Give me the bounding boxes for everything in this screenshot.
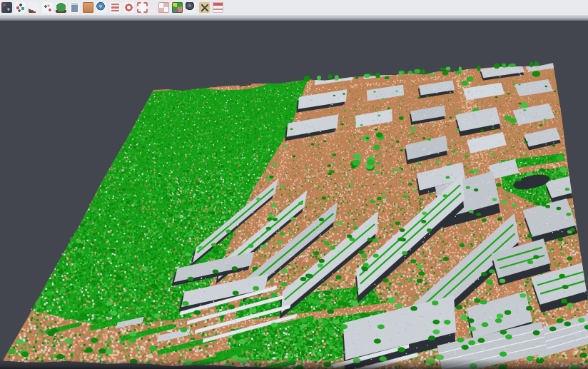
classification-map-icon[interactable]	[172, 2, 183, 13]
checker-grid-icon[interactable]	[158, 2, 169, 13]
application-window	[0, 0, 588, 369]
globe-icon[interactable]	[96, 2, 107, 13]
terrain-hill-icon[interactable]	[56, 2, 66, 13]
column-icon[interactable]	[69, 2, 80, 13]
red-list-icon[interactable]	[110, 2, 121, 13]
sphere-icon[interactable]	[186, 2, 196, 13]
3d-viewport[interactable]	[0, 21, 588, 369]
gear-icon[interactable]	[123, 2, 134, 13]
mountain-icon[interactable]	[29, 2, 39, 13]
toolbar-group-gap	[151, 7, 156, 8]
sparse-points-icon[interactable]	[42, 2, 53, 13]
remove-layer-icon[interactable]	[213, 2, 223, 13]
clear-cross-icon[interactable]	[199, 2, 210, 13]
colored-points-icon[interactable]	[15, 2, 26, 13]
selection-box-icon[interactable]	[137, 2, 148, 13]
ortho-image-icon[interactable]	[83, 2, 93, 13]
main-toolbar	[0, 0, 588, 15]
point-cloud-canvas[interactable]	[0, 21, 588, 369]
dark-cube-icon[interactable]	[1, 2, 12, 13]
toolbar-edge	[0, 15, 588, 21]
